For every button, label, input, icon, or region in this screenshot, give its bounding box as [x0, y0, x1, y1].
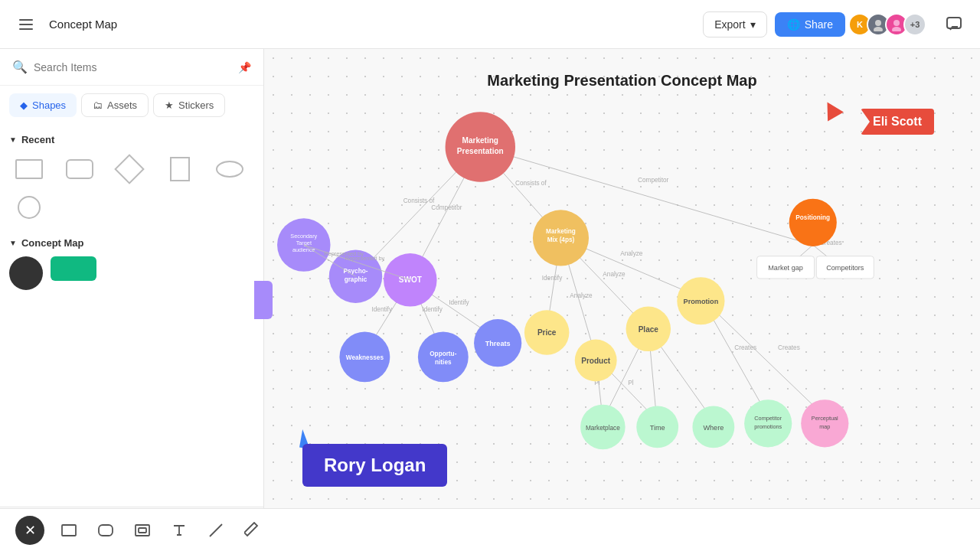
share-label: Share: [805, 18, 833, 31]
svg-text:Market gap: Market gap: [768, 264, 803, 272]
close-button[interactable]: ✕: [15, 516, 44, 545]
collaborator-avatars: K +3: [853, 13, 926, 36]
svg-text:Pl: Pl: [628, 380, 633, 386]
svg-text:Consists of: Consists of: [515, 180, 547, 187]
section-concept-map[interactable]: ▼ Concept Map: [9, 237, 254, 249]
svg-text:Where: Where: [703, 424, 724, 432]
svg-text:Presentation: Presentation: [457, 147, 504, 155]
svg-text:Time: Time: [650, 424, 665, 432]
svg-line-97: [210, 524, 222, 536]
svg-text:Analyze: Analyze: [620, 250, 643, 257]
svg-text:graphic: graphic: [345, 276, 368, 283]
search-icon: 🔍: [12, 60, 28, 74]
svg-text:Mix (4ps): Mix (4ps): [547, 236, 575, 243]
svg-line-11: [480, 147, 812, 245]
svg-point-3: [892, 27, 901, 31]
collapse-icon: ▼: [9, 135, 17, 144]
sidebar-resize-handle[interactable]: [254, 281, 273, 319]
svg-text:Analyze: Analyze: [570, 292, 593, 299]
svg-text:promotions: promotions: [754, 423, 782, 430]
pin-icon[interactable]: 📌: [238, 61, 251, 73]
header: Concept Map Export ▾ 🌐 Share K +3: [0, 0, 980, 49]
shapes-panel: ▼ Recent ▼ Concept: [0, 125, 263, 507]
document-title: Concept Map: [49, 18, 694, 31]
svg-text:map: map: [819, 423, 830, 430]
svg-text:Product: Product: [581, 357, 611, 365]
svg-text:nities: nities: [435, 359, 452, 366]
svg-text:Represented by: Represented by: [345, 255, 385, 262]
svg-text:Marketing: Marketing: [546, 228, 576, 235]
svg-text:Positioning: Positioning: [795, 214, 830, 221]
collapse-icon: ▼: [9, 239, 17, 247]
chevron-down-icon: ▾: [750, 18, 756, 31]
svg-text:Threats: Threats: [485, 340, 511, 347]
svg-rect-96: [139, 528, 146, 533]
section-recent[interactable]: ▼ Recent: [9, 134, 254, 145]
svg-text:Creates: Creates: [778, 344, 800, 351]
shape-rounded-rect[interactable]: [60, 153, 100, 185]
menu-button[interactable]: [12, 11, 40, 38]
svg-point-2: [893, 20, 900, 26]
comment-button[interactable]: [940, 11, 968, 38]
rory-cursor-label: Rory Logan: [302, 444, 447, 487]
svg-text:Perceptual: Perceptual: [812, 415, 838, 422]
tab-assets[interactable]: 🗂 Assets: [81, 93, 149, 117]
svg-text:Analyze: Analyze: [603, 271, 626, 278]
svg-text:Competitor: Competitor: [754, 415, 782, 422]
svg-rect-95: [136, 525, 149, 536]
avatar-overflow: +3: [903, 13, 926, 36]
svg-text:Consists of: Consists of: [403, 197, 435, 204]
canvas[interactable]: Marketing Presentation Concept Map Consi…: [264, 49, 980, 508]
svg-text:Identify: Identify: [422, 306, 443, 313]
line-tool[interactable]: [204, 518, 228, 543]
svg-text:Identify: Identify: [372, 306, 393, 313]
svg-text:Target: Target: [296, 240, 312, 246]
search-input[interactable]: [34, 61, 232, 73]
svg-text:Marketing: Marketing: [462, 136, 498, 145]
svg-text:Marketplace: Marketplace: [586, 425, 620, 432]
diamond-icon: ◆: [20, 99, 28, 111]
folder-icon: 🗂: [93, 99, 103, 111]
svg-text:Price: Price: [537, 328, 557, 337]
concept-circle-shape[interactable]: [9, 256, 43, 290]
bottom-toolbar: ✕: [0, 508, 980, 551]
concept-rect-shape[interactable]: [51, 256, 96, 281]
svg-text:Weaknesses: Weaknesses: [346, 354, 384, 361]
tab-stickers[interactable]: ★ Stickers: [153, 93, 225, 117]
svg-text:Competitor: Competitor: [431, 204, 462, 211]
tab-shapes[interactable]: ◆ Shapes: [9, 93, 77, 117]
star-icon: ★: [165, 99, 174, 111]
pen-tool[interactable]: [240, 518, 265, 543]
svg-rect-94: [99, 525, 113, 536]
svg-text:Promotion: Promotion: [684, 298, 719, 305]
search-bar: 🔍 📌: [0, 49, 263, 86]
sidebar-tabs: ◆ Shapes 🗂 Assets ★ Stickers: [0, 86, 263, 125]
eli-cursor-label: Eli Scott: [861, 109, 934, 135]
sidebar: 🔍 📌 ◆ Shapes 🗂 Assets ★ Stickers ▼ Recen…: [0, 49, 264, 551]
svg-point-1: [874, 27, 883, 31]
shape-rect[interactable]: [9, 153, 49, 185]
export-button[interactable]: Export ▾: [703, 11, 766, 37]
svg-point-75: [789, 199, 837, 246]
svg-text:Opportu-: Opportu-: [430, 350, 456, 357]
header-actions: Export ▾ 🌐 Share K +3: [703, 11, 968, 38]
svg-text:Competitor: Competitor: [638, 177, 668, 184]
shape-ellipse-horizontal[interactable]: [210, 153, 250, 185]
shape-diamond[interactable]: [109, 153, 149, 185]
shape-ellipse[interactable]: [9, 191, 49, 223]
rectangle-tool[interactable]: [57, 518, 81, 543]
svg-text:Identify: Identify: [449, 299, 469, 306]
frame-tool[interactable]: [130, 518, 155, 543]
concept-shapes-grid: [9, 256, 254, 290]
text-tool[interactable]: [167, 518, 191, 543]
share-button[interactable]: 🌐 Share: [775, 12, 845, 37]
svg-text:Identify: Identify: [542, 275, 563, 282]
shape-page[interactable]: [160, 153, 200, 185]
svg-point-0: [875, 20, 881, 26]
rounded-rect-tool[interactable]: [93, 518, 118, 543]
export-label: Export: [714, 18, 745, 31]
svg-text:Competitors: Competitors: [826, 264, 864, 272]
globe-icon: 🌐: [787, 18, 800, 31]
svg-text:Secondary: Secondary: [290, 233, 317, 240]
svg-rect-93: [62, 525, 76, 536]
